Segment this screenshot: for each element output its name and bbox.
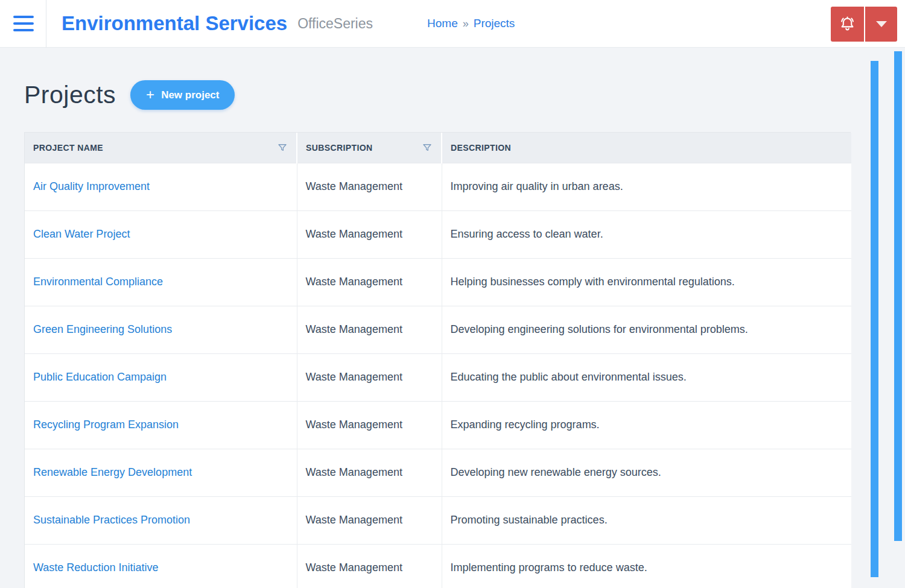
subscription-cell: Waste Management xyxy=(297,496,442,544)
chevron-down-icon xyxy=(876,21,887,27)
scrollbar-thumb-content[interactable] xyxy=(871,61,878,577)
breadcrumb: Home » Projects xyxy=(427,17,515,30)
description-cell: Promoting sustainable practices. xyxy=(442,496,851,544)
filter-icon[interactable] xyxy=(422,142,433,153)
description-cell: Developing engineering solutions for env… xyxy=(442,306,851,353)
table-row: Green Engineering Solutions Waste Manage… xyxy=(25,306,851,353)
subscription-cell: Waste Management xyxy=(297,353,442,401)
project-link[interactable]: Air Quality Improvement xyxy=(33,180,150,192)
page-head: Projects + New project xyxy=(24,80,881,110)
projects-table: PROJECT NAME SUBSCRIPTION xyxy=(24,132,851,588)
column-header-description: DESCRIPTION xyxy=(442,133,851,163)
breadcrumb-current-link[interactable]: Projects xyxy=(474,17,515,30)
table-row: Renewable Energy Development Waste Manag… xyxy=(25,449,851,496)
app-brand-title: Environmental Services xyxy=(62,12,287,35)
table-row: Environmental Compliance Waste Managemen… xyxy=(25,258,851,306)
project-link[interactable]: Waste Reduction Initiative xyxy=(33,561,158,574)
column-label: PROJECT NAME xyxy=(33,143,103,153)
new-project-label: New project xyxy=(161,89,219,101)
project-link[interactable]: Renewable Energy Development xyxy=(33,466,192,478)
main-content: Projects + New project PROJECT NAME xyxy=(0,80,905,588)
description-cell: Developing new renewable energy sources. xyxy=(442,449,851,496)
project-link[interactable]: Environmental Compliance xyxy=(33,276,163,288)
project-link[interactable]: Public Education Campaign xyxy=(33,371,167,383)
scrollbar-thumb-page[interactable] xyxy=(894,51,902,541)
notifications-button[interactable] xyxy=(831,7,864,42)
subscription-cell: Waste Management xyxy=(297,544,442,588)
project-link[interactable]: Clean Water Project xyxy=(33,228,130,240)
plus-icon: + xyxy=(146,87,154,102)
description-cell: Helping businesses comply with environme… xyxy=(442,258,851,306)
table-row: Public Education Campaign Waste Manageme… xyxy=(25,353,851,401)
column-label: DESCRIPTION xyxy=(451,143,511,153)
subscription-cell: Waste Management xyxy=(297,449,442,496)
description-cell: Ensuring access to clean water. xyxy=(442,210,851,258)
table-row: Clean Water Project Waste Management Ens… xyxy=(25,210,851,258)
column-header-project-name: PROJECT NAME xyxy=(25,133,297,163)
project-link[interactable]: Green Engineering Solutions xyxy=(33,323,172,335)
project-link[interactable]: Sustainable Practices Promotion xyxy=(33,514,190,526)
breadcrumb-home-link[interactable]: Home xyxy=(427,17,458,30)
filter-icon[interactable] xyxy=(277,142,288,153)
top-bar: Environmental Services OfficeSeries Home… xyxy=(0,0,905,48)
table-row: Waste Reduction Initiative Waste Managem… xyxy=(25,544,851,588)
subscription-cell: Waste Management xyxy=(297,258,442,306)
column-header-subscription: SUBSCRIPTION xyxy=(297,133,442,163)
hamburger-menu-icon[interactable] xyxy=(13,16,34,31)
new-project-button[interactable]: + New project xyxy=(130,80,235,110)
project-link[interactable]: Recycling Program Expansion xyxy=(33,419,179,431)
table-row: Sustainable Practices Promotion Waste Ma… xyxy=(25,496,851,544)
topbar-divider xyxy=(46,0,46,48)
subscription-cell: Waste Management xyxy=(297,163,442,210)
description-cell: Implementing programs to reduce waste. xyxy=(442,544,851,588)
column-label: SUBSCRIPTION xyxy=(306,143,373,153)
topbar-actions xyxy=(831,7,897,42)
subscription-cell: Waste Management xyxy=(297,401,442,449)
subscription-cell: Waste Management xyxy=(297,210,442,258)
page-title: Projects xyxy=(24,81,116,109)
breadcrumb-separator: » xyxy=(463,17,469,30)
table-row: Recycling Program Expansion Waste Manage… xyxy=(25,401,851,449)
app-suite-label: OfficeSeries xyxy=(297,16,373,32)
description-cell: Improving air quality in urban areas. xyxy=(442,163,851,210)
table-header-row: PROJECT NAME SUBSCRIPTION xyxy=(25,133,851,163)
account-dropdown-button[interactable] xyxy=(865,7,897,42)
subscription-cell: Waste Management xyxy=(297,306,442,353)
table-row: Air Quality Improvement Waste Management… xyxy=(25,163,851,210)
bell-icon xyxy=(838,15,857,34)
description-cell: Expanding recycling programs. xyxy=(442,401,851,449)
description-cell: Educating the public about environmental… xyxy=(442,353,851,401)
